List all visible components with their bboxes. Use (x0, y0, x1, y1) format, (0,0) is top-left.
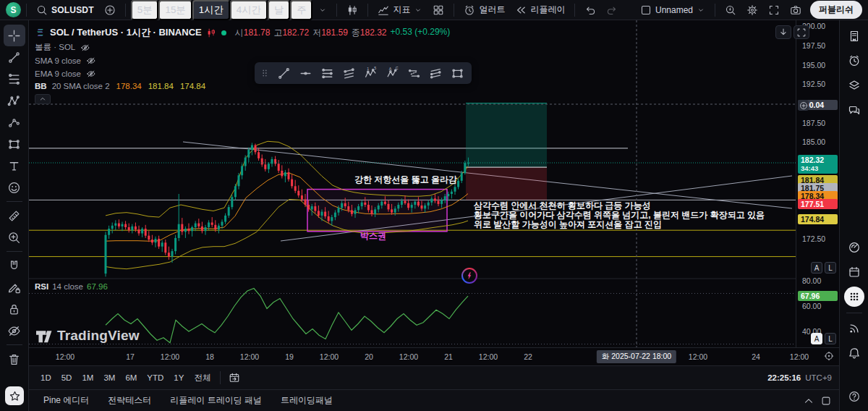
replay-button[interactable]: 리플레이 (511, 1, 569, 19)
text-tool[interactable] (4, 155, 25, 177)
chart-style-button[interactable] (342, 1, 362, 19)
hide-drawings-tool[interactable] (4, 320, 25, 342)
lightning-reaction-badge[interactable] (461, 268, 477, 284)
crosshair-tool[interactable] (4, 25, 25, 46)
favorite-tool-flat-channel[interactable] (339, 64, 359, 82)
indicator-templates-button[interactable] (428, 1, 448, 19)
timeframe-dropdown-button[interactable] (314, 1, 331, 19)
scroll-to-realtime-button[interactable] (823, 350, 835, 362)
timezone-label[interactable]: UTC+9 (805, 373, 832, 382)
zoom-in-tool[interactable] (4, 226, 25, 248)
timeframe-주[interactable]: 주 (290, 0, 312, 20)
session-clock[interactable]: 22:25:16 (767, 373, 801, 382)
news-panel[interactable] (844, 318, 864, 339)
rsi-alert-quick-button[interactable]: A (811, 333, 822, 344)
xabcd-pattern-tool[interactable] (4, 90, 25, 111)
volume-visibility-toggle[interactable] (80, 43, 90, 53)
timeframe-1시간[interactable]: 1시간 (192, 0, 230, 20)
annotation-analysis-line-3[interactable]: 위로 발산할 가능성이 높아져 포지션을 잡고 진입 (474, 219, 662, 231)
annotation-box-label[interactable]: 박스권 (360, 230, 386, 242)
rsi-limit-quick-button[interactable]: L (825, 333, 836, 344)
favorites-star-button[interactable] (5, 386, 24, 405)
save-layout-button[interactable]: Unnamed (636, 1, 710, 19)
range-YTD[interactable]: YTD (142, 371, 168, 384)
rsi-legend[interactable]: RSI 14 close 67.96 (35, 282, 108, 291)
alerts-panel[interactable] (844, 51, 864, 71)
trend-line-tool[interactable] (4, 46, 25, 68)
favorite-tool-trend-line[interactable] (273, 64, 294, 82)
screener-panel[interactable] (844, 237, 864, 258)
limit-quick-button[interactable]: L (825, 262, 836, 274)
annotation-resistance-note[interactable]: 강한 저항선을 뚫고 올라감 (354, 174, 457, 186)
favorite-drawings-toolbar[interactable]: 15AC (255, 62, 472, 84)
lock-all-tool[interactable] (4, 298, 25, 320)
favorite-tool-abc-correction[interactable]: AC (382, 64, 402, 82)
symbol-search-button[interactable]: SOLUSDT (32, 1, 98, 19)
notifications-panel[interactable] (844, 343, 864, 363)
range-6M[interactable]: 6M (121, 371, 141, 384)
range-3M[interactable]: 3M (99, 371, 119, 384)
chat-panel[interactable] (844, 100, 864, 120)
object-tree-panel[interactable] (844, 75, 864, 96)
pane-move-down-button[interactable] (775, 25, 791, 39)
undo-button[interactable] (580, 1, 600, 19)
magnet-tool[interactable] (4, 255, 25, 276)
price-axis[interactable]: 200.00197.50195.00192.50187.50185.00172.… (796, 20, 839, 365)
timeframe-날[interactable]: 날 (268, 0, 290, 20)
quick-search-button[interactable] (720, 1, 741, 19)
gear-icon (746, 4, 758, 16)
sma-visibility-toggle[interactable] (86, 56, 96, 66)
redo-button[interactable] (602, 1, 622, 19)
apps-panel[interactable] (844, 287, 864, 307)
tab-1[interactable]: Pine 에디터 (36, 391, 96, 410)
drawing-lock-tool[interactable] (4, 276, 25, 298)
chart-settings-button[interactable] (742, 1, 762, 19)
forecast-tool[interactable] (4, 111, 25, 133)
timeframe-4시간[interactable]: 4시간 (230, 0, 268, 20)
range-전체[interactable]: 전체 (190, 370, 215, 386)
drag-handle-icon[interactable] (259, 67, 271, 79)
favorite-tool-rectangle[interactable] (447, 64, 467, 82)
account-avatar[interactable]: S (6, 2, 21, 17)
range-1M[interactable]: 1M (77, 371, 98, 384)
timeframe-15분[interactable]: 15분 (158, 0, 192, 20)
favorite-tool-pitchfork-lines[interactable] (425, 64, 446, 82)
pane-maximize-button[interactable] (793, 25, 809, 39)
help-button[interactable] (844, 386, 864, 407)
favorite-tool-horizontal-line[interactable] (295, 64, 315, 82)
volume-indicator-row[interactable]: 볼륨 · SOL (35, 42, 450, 53)
calendar-panel[interactable] (844, 262, 864, 282)
ema-visibility-toggle[interactable] (86, 69, 96, 79)
fullscreen-button[interactable] (764, 1, 784, 19)
favorite-tool-parallel-channel[interactable] (317, 64, 337, 82)
go-to-date-button[interactable] (226, 370, 243, 385)
timeframe-5분[interactable]: 5분 (131, 0, 159, 20)
fib-retracement-tool[interactable] (4, 68, 25, 90)
compare-symbol-button[interactable] (100, 1, 120, 19)
add-alert-plus-button[interactable] (798, 100, 809, 111)
tab-4[interactable]: 트레이딩패널 (273, 391, 340, 410)
range-1Y[interactable]: 1Y (169, 371, 188, 384)
favorite-tool-pattern-channel[interactable] (404, 64, 424, 82)
alert-button[interactable]: 얼러트 (459, 1, 509, 19)
ruler-tool[interactable] (4, 205, 25, 226)
alert-quick-button[interactable]: A (811, 262, 822, 274)
snapshot-button[interactable] (786, 1, 806, 19)
symbol-title[interactable]: SOL / TetherUS · 1시간 · BINANCE (50, 26, 202, 39)
range-1D[interactable]: 1D (36, 371, 56, 384)
legend-collapse-button[interactable] (35, 94, 51, 104)
tab-3[interactable]: 리플레이 트레이딩 패널 (163, 391, 269, 410)
time-axis[interactable]: 12:001712:001812:001912:002012:002112:00… (29, 347, 839, 365)
favorite-tool-elliott-impulse[interactable]: 15 (360, 64, 380, 82)
indicators-button[interactable]: 지표 (373, 1, 427, 19)
panel-expand-icon[interactable] (803, 395, 814, 407)
watchlist-panel[interactable] (844, 26, 864, 46)
panel-maximize-icon[interactable] (820, 395, 832, 407)
remove-objects-tool[interactable] (4, 348, 25, 370)
emoji-tool[interactable] (4, 177, 25, 198)
shapes-tool[interactable] (4, 133, 25, 155)
divider (220, 371, 221, 384)
tab-2[interactable]: 전략테스터 (101, 391, 158, 410)
range-5D[interactable]: 5D (57, 371, 77, 384)
publish-button[interactable]: 퍼블리쉬 (810, 1, 862, 19)
